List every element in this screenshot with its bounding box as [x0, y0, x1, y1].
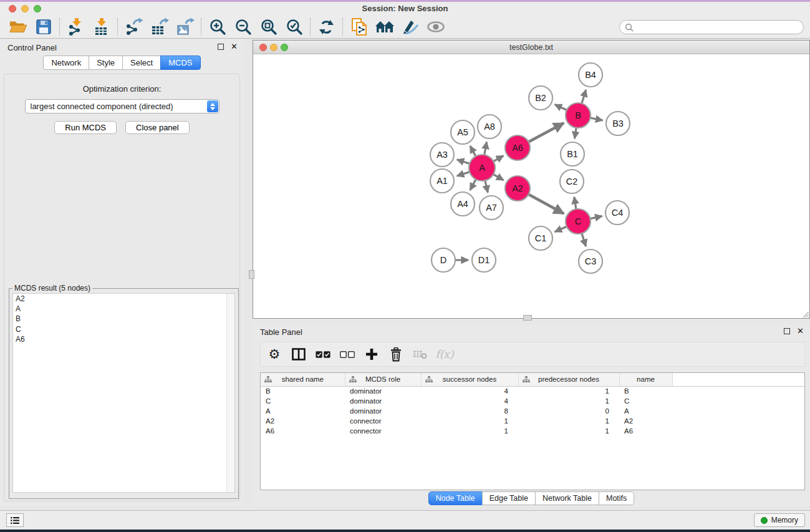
node-B1[interactable]: B1	[561, 142, 584, 166]
float-panel-icon[interactable]	[218, 44, 224, 50]
node-A8[interactable]: A8	[478, 115, 501, 138]
minimize-network-button[interactable]	[270, 44, 277, 51]
table-cell[interactable]: A	[261, 406, 345, 416]
tab-node-table[interactable]: Node Table	[428, 491, 483, 505]
table-cell[interactable]: A6	[619, 426, 672, 436]
table-row[interactable]: A6connector11A6	[261, 426, 804, 436]
node-B2[interactable]: B2	[529, 86, 552, 110]
window-resize-grip[interactable]	[802, 311, 809, 318]
export-table-button[interactable]	[147, 17, 172, 37]
close-panel-button[interactable]: Close panel	[125, 121, 190, 134]
table-cell[interactable]: B	[261, 386, 345, 396]
table-cell[interactable]: C	[619, 396, 672, 406]
mcds-result-item[interactable]: A2	[13, 294, 234, 304]
table-cell[interactable]: dominator	[345, 396, 421, 406]
maximize-network-button[interactable]	[281, 44, 288, 51]
close-network-button[interactable]	[259, 44, 267, 51]
splitter-handle-bottom[interactable]	[523, 315, 532, 321]
zoom-in-button[interactable]	[205, 17, 230, 37]
table-row[interactable]: Bdominator41B	[261, 386, 804, 396]
tab-edge-table[interactable]: Edge Table	[482, 491, 536, 505]
select-all-rows-button[interactable]	[316, 347, 330, 362]
table-cell[interactable]: dominator	[345, 406, 421, 416]
list-scrollbar[interactable]	[226, 294, 234, 492]
node-D1[interactable]: D1	[472, 248, 496, 272]
first-neighbors-button[interactable]	[372, 17, 397, 37]
table-cell[interactable]: dominator	[345, 386, 421, 396]
node-C[interactable]: C	[566, 209, 591, 234]
deselect-all-rows-button[interactable]	[340, 347, 355, 362]
splitter-handle-left[interactable]	[249, 270, 254, 279]
duplicate-network-button[interactable]	[346, 17, 372, 37]
node-B[interactable]: B	[566, 103, 591, 128]
column-header-name[interactable]: name	[619, 373, 672, 386]
column-header-predecessor-nodes[interactable]: predecessor nodes	[518, 373, 619, 386]
node-C4[interactable]: C4	[605, 201, 629, 225]
column-header-successor-nodes[interactable]: successor nodes	[421, 373, 518, 386]
table-cell[interactable]: connector	[345, 416, 421, 426]
table-cell[interactable]: 1	[518, 416, 619, 426]
node-B4[interactable]: B4	[579, 63, 602, 87]
network-canvas[interactable]: AA1A2A3A4A5A6A7A8BB1B2B3B4CC1C2C3C4DD1	[253, 54, 809, 318]
run-mcds-button[interactable]: Run MCDS	[54, 121, 117, 134]
save-session-button[interactable]	[31, 17, 56, 37]
tab-mcds[interactable]: MCDS	[160, 56, 200, 70]
close-panel-icon[interactable]: ✕	[231, 44, 238, 50]
table-settings-button[interactable]: ⚙	[267, 347, 282, 362]
mcds-result-item[interactable]: A	[13, 304, 234, 314]
show-columns-button[interactable]	[291, 347, 306, 362]
minimize-window-button[interactable]	[21, 5, 29, 12]
table-cell[interactable]: A6	[261, 426, 345, 436]
tab-network[interactable]: Network	[43, 56, 89, 70]
mcds-result-item[interactable]: A6	[13, 334, 234, 344]
node-A1[interactable]: A1	[430, 169, 454, 193]
hide-graphics-details-button[interactable]	[397, 17, 423, 37]
node-C1[interactable]: C1	[529, 226, 552, 250]
tab-motifs[interactable]: Motifs	[599, 491, 634, 505]
maximize-window-button[interactable]	[34, 5, 41, 12]
node-A5[interactable]: A5	[451, 120, 475, 144]
table-cell[interactable]: 4	[421, 386, 518, 396]
tab-network-table[interactable]: Network Table	[535, 491, 599, 505]
refresh-view-button[interactable]	[314, 17, 339, 37]
mcds-result-item[interactable]: C	[13, 324, 234, 334]
column-header-shared-name[interactable]: shared name	[261, 373, 345, 386]
table-cell[interactable]: B	[619, 386, 672, 396]
node-A2[interactable]: A2	[505, 176, 530, 201]
delete-column-button[interactable]	[388, 347, 403, 362]
node-A3[interactable]: A3	[430, 143, 454, 167]
import-network-button[interactable]	[63, 17, 89, 37]
table-cell[interactable]: A2	[619, 416, 672, 426]
tab-select[interactable]: Select	[122, 56, 161, 70]
table-cell[interactable]: 4	[421, 396, 518, 406]
table-cell[interactable]: 1	[518, 386, 619, 396]
zoom-out-button[interactable]	[230, 17, 256, 37]
node-C2[interactable]: C2	[560, 170, 584, 193]
table-cell[interactable]: 1	[518, 396, 619, 406]
zoom-selected-button[interactable]	[281, 17, 307, 37]
node-C3[interactable]: C3	[579, 249, 602, 273]
table-cell[interactable]: 1	[518, 426, 619, 436]
table-cell[interactable]: A	[619, 406, 672, 416]
table-row[interactable]: A2connector11A2	[261, 416, 804, 426]
float-table-panel-icon[interactable]	[784, 328, 790, 334]
zoom-fit-button[interactable]	[256, 17, 281, 37]
node-B3[interactable]: B3	[606, 112, 630, 135]
table-cell[interactable]: 1	[421, 426, 518, 436]
table-row[interactable]: Adominator80A	[261, 406, 804, 416]
table-cell[interactable]: 1	[421, 416, 518, 426]
memory-button[interactable]: Memory	[754, 513, 805, 527]
export-image-button[interactable]	[172, 17, 198, 37]
node-A6[interactable]: A6	[505, 135, 530, 160]
table-cell[interactable]: connector	[345, 426, 421, 436]
task-history-button[interactable]	[6, 513, 24, 527]
show-graphics-details-button[interactable]	[423, 17, 448, 37]
table-cell[interactable]: 0	[518, 406, 619, 416]
mcds-result-item[interactable]: B	[13, 314, 234, 324]
export-network-button[interactable]	[121, 17, 147, 37]
import-table-button[interactable]	[89, 17, 114, 37]
create-column-button[interactable]	[364, 347, 379, 362]
close-window-button[interactable]	[9, 5, 16, 12]
open-session-button[interactable]	[5, 17, 31, 37]
tab-style[interactable]: Style	[89, 56, 123, 70]
